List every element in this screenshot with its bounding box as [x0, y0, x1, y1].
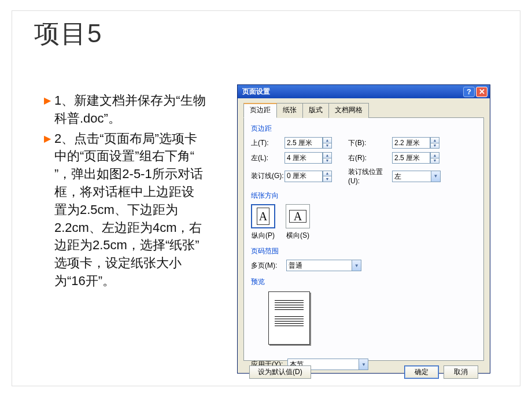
gutter-pos-label: 装订线位置(U): [348, 167, 392, 185]
margin-top-input[interactable] [285, 137, 323, 149]
gutter-label: 装订线(G): [251, 171, 285, 181]
margin-left-spinner[interactable]: ▲▼ [285, 152, 333, 164]
spin-down-icon[interactable]: ▼ [323, 176, 332, 182]
orientation-portrait[interactable]: A 纵向(P) [251, 204, 275, 241]
preview-page-icon [268, 291, 310, 345]
spin-arrows[interactable]: ▲▼ [430, 137, 439, 149]
chevron-down-icon[interactable]: ▼ [431, 171, 441, 182]
orientation-group-label: 纸张方向 [251, 191, 476, 201]
pages-group-label: 页码范围 [251, 246, 476, 256]
margin-bottom-spinner[interactable]: ▲▼ [392, 137, 441, 149]
tab-docgrid[interactable]: 文档网格 [328, 103, 369, 118]
margin-right-label: 右(R): [348, 153, 392, 163]
portrait-icon: A [251, 204, 275, 228]
landscape-icon: A [286, 204, 310, 228]
bullet-icon: ▶ [44, 130, 51, 290]
cancel-button[interactable]: 取消 [444, 365, 478, 379]
spin-up-icon[interactable]: ▲ [430, 152, 439, 158]
orientation-landscape[interactable]: A 横向(S) [286, 204, 310, 241]
multi-pages-label: 多页(M): [251, 261, 277, 271]
gutter-pos-value: 左 [392, 171, 431, 182]
spin-arrows[interactable]: ▲▼ [323, 152, 332, 164]
tab-layout[interactable]: 版式 [302, 103, 329, 118]
spin-arrows[interactable]: ▲▼ [323, 137, 332, 149]
tab-paper[interactable]: 纸张 [276, 103, 303, 118]
spin-down-icon[interactable]: ▼ [323, 143, 332, 149]
margins-group-label: 页边距 [251, 124, 476, 134]
landscape-label: 横向(S) [286, 231, 309, 241]
close-button[interactable]: ✕ [476, 87, 487, 97]
help-button[interactable]: ? [463, 87, 475, 97]
page-setup-dialog: 页面设置 ? ✕ 页边距 纸张 版式 文档网格 页边距 上(T): ▲▼ [237, 84, 490, 374]
ok-button[interactable]: 确定 [404, 365, 439, 379]
margin-right-input[interactable] [392, 152, 430, 164]
bullet-text: 2、点击“页面布局”选项卡中的“页面设置”组右下角“ ”，弹出如图2-5-1所示… [54, 130, 206, 290]
page-title: 项目5 [34, 17, 102, 51]
list-item: ▶ 1、新建文档并保存为“生物科普.doc”。 [44, 92, 206, 128]
titlebar: 页面设置 ? ✕ [238, 85, 490, 98]
gutter-spinner[interactable]: ▲▼ [285, 171, 333, 182]
spin-up-icon[interactable]: ▲ [430, 137, 439, 143]
margin-top-spinner[interactable]: ▲▼ [285, 137, 333, 149]
margin-top-label: 上(T): [251, 138, 285, 148]
spin-up-icon[interactable]: ▲ [323, 137, 332, 143]
gutter-input[interactable] [285, 171, 323, 182]
tab-margins[interactable]: 页边距 [243, 103, 277, 118]
multi-pages-select[interactable]: 普通 ▼ [286, 260, 361, 271]
margin-bottom-input[interactable] [392, 137, 430, 149]
set-default-button[interactable]: 设为默认值(D) [249, 365, 311, 379]
list-item: ▶ 2、点击“页面布局”选项卡中的“页面设置”组右下角“ ”，弹出如图2-5-1… [44, 130, 206, 290]
gutter-pos-select[interactable]: 左 ▼ [392, 171, 441, 182]
spin-down-icon[interactable]: ▼ [430, 158, 439, 164]
spin-up-icon[interactable]: ▲ [323, 171, 332, 176]
spin-down-icon[interactable]: ▼ [323, 158, 332, 164]
dialog-title: 页面设置 [242, 87, 462, 97]
margin-bottom-label: 下(B): [348, 138, 392, 148]
multi-pages-value: 普通 [286, 260, 352, 271]
preview-group-label: 预览 [251, 277, 476, 287]
tabs: 页边距 纸张 版式 文档网格 [243, 103, 484, 118]
margin-left-label: 左(L): [251, 153, 285, 163]
margin-left-input[interactable] [285, 152, 323, 164]
chevron-down-icon[interactable]: ▼ [359, 359, 368, 370]
chevron-down-icon[interactable]: ▼ [352, 260, 361, 271]
bullet-text: 1、新建文档并保存为“生物科普.doc”。 [54, 92, 206, 128]
spin-up-icon[interactable]: ▲ [323, 152, 332, 158]
spin-down-icon[interactable]: ▼ [430, 143, 439, 149]
spin-arrows[interactable]: ▲▼ [430, 152, 439, 164]
portrait-label: 纵向(P) [252, 231, 275, 241]
margin-right-spinner[interactable]: ▲▼ [392, 152, 441, 164]
bullet-icon: ▶ [44, 92, 51, 128]
spin-arrows[interactable]: ▲▼ [323, 171, 332, 182]
body-text: ▶ 1、新建文档并保存为“生物科普.doc”。 ▶ 2、点击“页面布局”选项卡中… [44, 92, 206, 293]
